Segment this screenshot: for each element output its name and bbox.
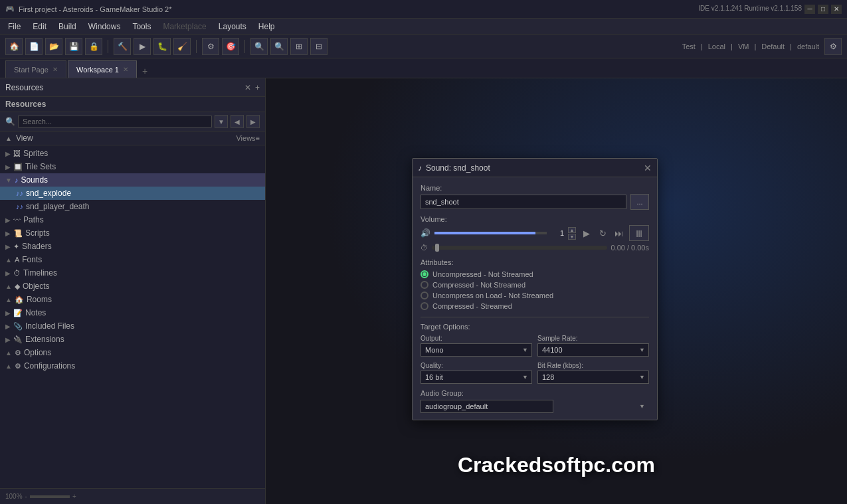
bit-rate-select[interactable]: 128 (537, 371, 649, 384)
clean-button[interactable]: 🧹 (173, 38, 191, 55)
menu-build[interactable]: Build (53, 21, 82, 33)
view-expand-icon[interactable]: ▲ (5, 135, 12, 142)
dialog-close-button[interactable]: ✕ (644, 163, 652, 173)
views-button[interactable]: Views≡ (236, 134, 260, 142)
zoom-out-button[interactable]: 🔍 (250, 38, 268, 55)
separator-text: | (701, 42, 703, 50)
tab-start-page[interactable]: Start Page ✕ (5, 60, 66, 78)
rooms-arrow: ▲ (5, 296, 12, 303)
timeline-bar[interactable] (432, 246, 607, 250)
grid-button[interactable]: ⊟ (310, 38, 328, 55)
tree-item-extensions[interactable]: ▶ 🔌 Extensions (0, 333, 265, 346)
tree-item-scripts[interactable]: ▶ 📜 Scripts (0, 226, 265, 240)
play-button[interactable]: ▶ (580, 226, 593, 240)
tree-item-configurations[interactable]: ▲ ⚙ Configurations (0, 359, 265, 373)
audio-group-select[interactable]: audiogroup_default (421, 400, 553, 413)
quality-select[interactable]: 16 bit (421, 371, 532, 384)
timelines-arrow: ▶ (5, 270, 11, 277)
resource-tree[interactable]: ▶ 🖼 Sprites ▶ 🔲 Tile Sets ▼ ♪ Sounds ♪♪ … (0, 145, 265, 488)
tree-item-paths[interactable]: ▶ 〰 Paths (0, 213, 265, 226)
radio-item-1[interactable]: Compressed - Not Streamed (421, 281, 649, 289)
search-prev-button[interactable]: ◀ (231, 115, 244, 128)
tab-workspace1[interactable]: Workspace 1 ✕ (68, 60, 137, 78)
run-button[interactable]: ▶ (134, 38, 151, 55)
tree-item-objects[interactable]: ▲ ◆ Objects (0, 280, 265, 293)
menu-file[interactable]: File (3, 21, 26, 33)
tree-item-shaders[interactable]: ▶ ✦ Shaders (0, 240, 265, 253)
build-button[interactable]: 🔨 (114, 38, 131, 55)
minimize-button[interactable]: ─ (804, 5, 815, 14)
radio-item-3[interactable]: Compressed - Streamed (421, 302, 649, 310)
menu-edit[interactable]: Edit (27, 21, 52, 33)
menu-help[interactable]: Help (253, 21, 280, 33)
panel-close-button[interactable]: ✕ (244, 83, 251, 92)
volume-slider[interactable] (434, 232, 547, 234)
scripts-arrow: ▶ (5, 230, 11, 237)
open-button[interactable]: 📂 (45, 38, 62, 55)
tree-item-rooms[interactable]: ▲ 🏠 Rooms (0, 293, 265, 306)
radio-dot-2[interactable] (421, 292, 428, 299)
lock-button[interactable]: 🔒 (85, 38, 102, 55)
loop-button[interactable]: ↻ (596, 226, 609, 240)
tab-workspace1-close[interactable]: ✕ (123, 66, 128, 73)
radio-dot-1[interactable] (421, 281, 428, 289)
radio-dot-3[interactable] (421, 302, 428, 310)
mixer-button[interactable]: ||| (629, 225, 649, 241)
menu-layouts[interactable]: Layouts (213, 21, 252, 33)
home-button[interactable]: 🏠 (5, 38, 23, 55)
tree-item-fonts[interactable]: ▲ A Fonts (0, 253, 265, 266)
fonts-icon: A (15, 256, 19, 264)
tab-add-button[interactable]: + (138, 64, 151, 78)
vm-label[interactable]: VM (738, 42, 749, 50)
default2-label[interactable]: default (797, 42, 819, 50)
sample-rate-select[interactable]: 44100 (537, 343, 649, 357)
game-button[interactable]: 🎯 (222, 38, 239, 55)
menu-windows[interactable]: Windows (83, 21, 126, 33)
dialog-sound-icon: ♪ (418, 163, 422, 173)
view-bar: ▲ View Views≡ (0, 131, 265, 145)
title-bar-controls[interactable]: IDE v2.1.1.241 Runtime v2.1.1.158 ─ □ ✕ (698, 5, 842, 14)
name-input[interactable] (421, 195, 626, 209)
notes-icon: 📝 (13, 309, 23, 317)
dialog-title-bar[interactable]: ♪ Sound: snd_shoot ✕ (413, 159, 657, 177)
volume-up-button[interactable]: ▲ (568, 227, 576, 233)
tree-item-notes[interactable]: ▶ 📝 Notes (0, 306, 265, 319)
test-label[interactable]: Test (682, 42, 696, 50)
volume-down-button[interactable]: ▼ (568, 234, 576, 240)
tree-item-sounds[interactable]: ▼ ♪ Sounds (0, 173, 265, 187)
tree-item-snd-explode[interactable]: ♪♪ snd_explode (0, 187, 265, 200)
tree-item-timelines[interactable]: ▶ ⏱ Timelines (0, 266, 265, 280)
radio-item-2[interactable]: Uncompress on Load - Not Streamed (421, 292, 649, 299)
default-label[interactable]: Default (761, 42, 785, 50)
radio-item-0[interactable]: Uncompressed - Not Streamed (421, 270, 649, 278)
menu-tools[interactable]: Tools (127, 21, 156, 33)
settings2-button[interactable]: ⚙ (824, 38, 842, 55)
zoom-in-button[interactable]: 🔍 (270, 38, 288, 55)
maximize-button[interactable]: □ (818, 5, 828, 14)
save-button[interactable]: 💾 (65, 38, 82, 55)
zoom-slider[interactable] (30, 495, 70, 498)
local-label[interactable]: Local (708, 42, 725, 50)
panel-title: Resources (5, 83, 43, 92)
search-input[interactable] (18, 116, 212, 127)
panel-add-button[interactable]: + (255, 83, 260, 92)
tab-start-page-close[interactable]: ✕ (52, 66, 58, 73)
zoom-fit-button[interactable]: ⊞ (290, 38, 308, 55)
new-button[interactable]: 📄 (25, 38, 43, 55)
debug-button[interactable]: 🐛 (153, 38, 171, 55)
skip-end-button[interactable]: ⏭ (612, 226, 625, 240)
tree-item-tilesets[interactable]: ▶ 🔲 Tile Sets (0, 160, 265, 173)
settings-button[interactable]: ⚙ (202, 38, 219, 55)
output-select[interactable]: Mono (421, 343, 532, 357)
tree-item-sprites[interactable]: ▶ 🖼 Sprites (0, 147, 265, 160)
search-dropdown-button[interactable]: ▼ (215, 115, 228, 128)
tree-item-included-files[interactable]: ▶ 📎 Included Files (0, 319, 265, 333)
browse-button[interactable]: ... (630, 194, 649, 210)
tree-item-snd-player-death[interactable]: ♪♪ snd_player_death (0, 200, 265, 213)
paths-arrow: ▶ (5, 216, 11, 224)
close-button[interactable]: ✕ (831, 5, 842, 14)
menu-marketplace[interactable]: Marketplace (157, 21, 211, 33)
tree-item-options[interactable]: ▲ ⚙ Options (0, 346, 265, 359)
radio-dot-0[interactable] (421, 270, 428, 278)
search-next-button[interactable]: ▶ (246, 115, 260, 128)
